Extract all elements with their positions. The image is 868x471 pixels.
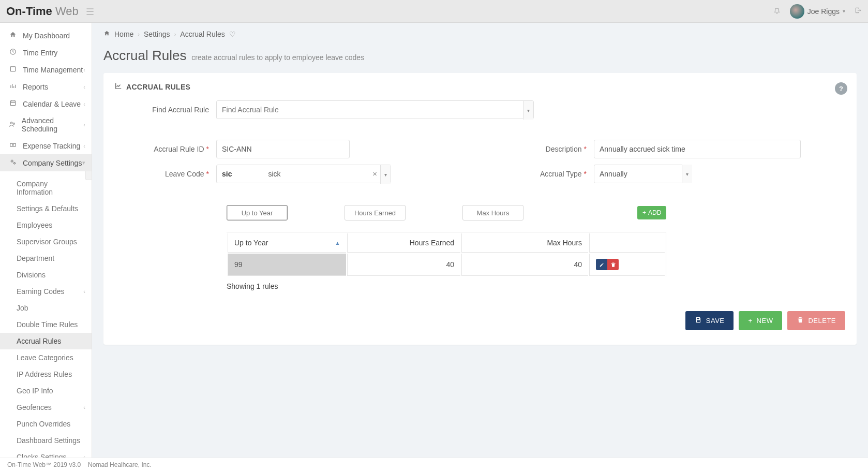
footer-company: Nomad Healhcare, Inc.	[88, 461, 152, 468]
nav-item-expense-tracking[interactable]: Expense Tracking‹	[0, 137, 92, 154]
nav-sub-punch-overrides[interactable]: Punch Overrides	[0, 416, 92, 432]
caret-down-icon[interactable]: ▾	[682, 165, 692, 183]
breadcrumb-settings[interactable]: Settings	[144, 30, 170, 38]
description-input[interactable]	[594, 140, 801, 158]
col-actions	[589, 233, 665, 253]
svg-point-6	[12, 144, 13, 145]
nav-item-time-management[interactable]: Time Management‹	[0, 61, 92, 78]
nav-sub-geofences[interactable]: Geofences‹	[0, 399, 92, 416]
nav-sub-label: Accrual Rules	[17, 337, 61, 345]
nav-sub-department[interactable]: Department	[0, 250, 92, 267]
breadcrumb-home[interactable]: Home	[114, 30, 133, 38]
caret-down-icon[interactable]: ▾	[380, 165, 391, 184]
col-max-hours[interactable]: Max Hours	[461, 233, 588, 253]
find-accrual-rule-combo[interactable]: ▾	[216, 100, 534, 119]
nav-label: Company Settings	[23, 159, 82, 167]
svg-rect-5	[10, 143, 16, 146]
row-edit-button[interactable]	[596, 259, 607, 270]
nav-sub-company-information[interactable]: Company Information	[0, 175, 92, 200]
new-label: NEW	[757, 317, 773, 325]
nav-sub-earning-codes[interactable]: Earning Codes‹	[0, 283, 92, 300]
accrual-rule-id-label: Accrual Rule ID*	[115, 145, 216, 153]
hours-earned-input[interactable]	[345, 205, 406, 220]
svg-point-3	[10, 122, 12, 124]
nav-item-reports[interactable]: Reports‹	[0, 78, 92, 95]
clear-icon[interactable]: ×	[372, 169, 377, 178]
nav-sub-label: Settings & Defaults	[17, 204, 78, 213]
home-icon	[103, 30, 110, 38]
delete-label: DELETE	[808, 317, 836, 325]
panel-title: ACCRUAL RULES	[126, 83, 190, 91]
leave-code-desc: sick	[268, 170, 280, 178]
col-hours-earned[interactable]: Hours Earned	[347, 233, 460, 253]
page-header: Accrual Rules create accrual rules to ap…	[92, 38, 868, 73]
cogs-icon	[8, 158, 18, 167]
save-button[interactable]: SAVE	[685, 311, 734, 330]
table-row[interactable]: 994040	[228, 254, 665, 276]
chevron-left-icon: ‹	[83, 122, 85, 128]
bars-icon	[8, 82, 18, 91]
logout-icon[interactable]	[855, 6, 862, 17]
nav-item-time-entry[interactable]: Time Entry	[0, 44, 92, 61]
nav-item-advanced-scheduling[interactable]: Advanced Scheduling‹	[0, 112, 92, 137]
chevron-down-icon: ▾	[82, 159, 85, 166]
nav-sub-settings-defaults[interactable]: Settings & Defaults	[0, 200, 92, 217]
nav-sub-job[interactable]: Job	[0, 300, 92, 316]
cell-actions	[589, 254, 665, 276]
nav-sub-label: Company Information	[17, 180, 83, 196]
footer: On-Time Web™ 2019 v3.0 Nomad Healhcare, …	[0, 458, 868, 471]
save-label: SAVE	[706, 317, 725, 325]
calendar-box-icon	[8, 65, 18, 74]
chart-line-icon	[115, 82, 122, 91]
chevron-left-icon: ‹	[83, 288, 85, 295]
topbar: On-Time Web ☰ Joe Riggs ▾	[0, 0, 868, 23]
bell-icon[interactable]	[773, 6, 781, 17]
nav-sub-label: IP Address Rules	[17, 370, 72, 378]
nav-sub-clocks-settings[interactable]: Clocks Settings‹	[0, 449, 92, 458]
delete-button[interactable]: DELETE	[787, 311, 845, 330]
chevron-left-icon: ‹	[83, 101, 85, 107]
nav-item-my-dashboard[interactable]: My Dashboard	[0, 27, 92, 44]
heart-icon[interactable]: ♡	[229, 30, 236, 38]
row-delete-button[interactable]	[607, 259, 619, 270]
chevron-right-icon: ›	[174, 31, 176, 37]
chevron-left-icon: ‹	[83, 67, 85, 73]
add-tier-label: ADD	[648, 209, 661, 216]
brand-part1: On-Time	[6, 5, 52, 18]
nav-sub-double-time-rules[interactable]: Double Time Rules	[0, 316, 92, 333]
main-content: Home › Settings › Accrual Rules ♡ Accrua…	[92, 23, 868, 458]
help-button[interactable]: ?	[835, 82, 847, 95]
svg-point-8	[13, 163, 15, 164]
accrual-rule-id-input[interactable]	[216, 140, 350, 158]
leave-code-combo[interactable]: sic sick × ▾	[216, 165, 391, 183]
new-button[interactable]: + NEW	[739, 311, 782, 330]
caret-down-icon[interactable]: ▾	[523, 101, 533, 120]
up-to-year-input[interactable]	[227, 205, 288, 220]
accrual-type-label: Accrual Type*	[496, 170, 594, 178]
find-accrual-rule-input[interactable]	[222, 101, 528, 119]
nav-sub-employees[interactable]: Employees	[0, 217, 92, 233]
user-menu[interactable]: Joe Riggs ▾	[790, 4, 845, 19]
nav-sub-divisions[interactable]: Divisions	[0, 267, 92, 283]
nav-item-calendar-leave[interactable]: Calendar & Leave‹	[0, 95, 92, 112]
nav-sub-label: Geofences	[17, 403, 52, 411]
sort-asc-icon: ▲	[335, 240, 340, 246]
max-hours-input[interactable]	[462, 205, 523, 220]
add-tier-button[interactable]: + ADD	[637, 206, 666, 219]
nav-label: Expense Tracking	[23, 142, 80, 150]
trash-icon	[797, 316, 804, 325]
nav-sub-accrual-rules[interactable]: Accrual Rules	[0, 333, 92, 349]
hamburger-icon[interactable]: ☰	[86, 7, 94, 17]
nav-sub-supervisor-groups[interactable]: Supervisor Groups	[0, 233, 92, 250]
nav-sub-geo-ip-info[interactable]: Geo IP Info	[0, 382, 92, 399]
accrual-type-select[interactable]: Annually ▾	[594, 165, 692, 183]
breadcrumb-leaf[interactable]: Accrual Rules	[180, 30, 225, 38]
nav-sub-leave-categories[interactable]: Leave Categories	[0, 349, 92, 366]
nav-label: Calendar & Leave	[23, 100, 81, 108]
home-icon	[8, 31, 18, 40]
nav-sub-label: Punch Overrides	[17, 420, 70, 428]
col-up-to-year[interactable]: Up to Year ▲	[228, 233, 346, 253]
nav-sub-dashboard-settings[interactable]: Dashboard Settings	[0, 432, 92, 449]
nav-sub-ip-address-rules[interactable]: IP Address Rules	[0, 366, 92, 382]
nav-item-company-settings[interactable]: Company Settings▾	[0, 154, 92, 171]
